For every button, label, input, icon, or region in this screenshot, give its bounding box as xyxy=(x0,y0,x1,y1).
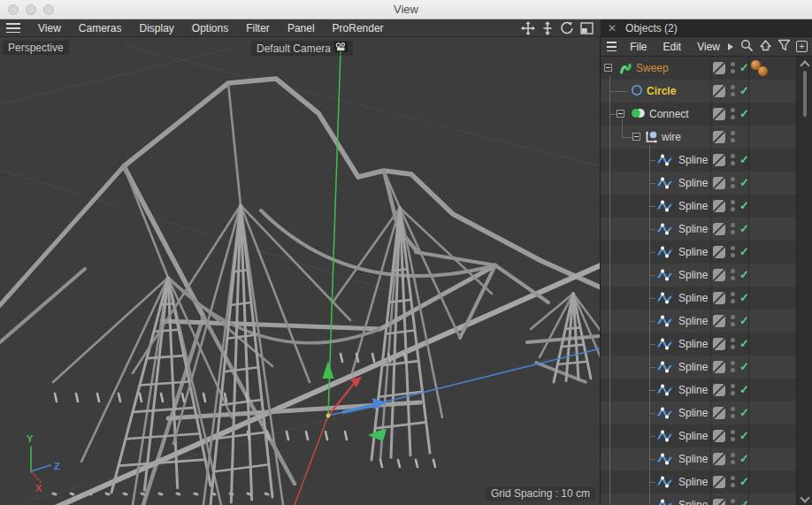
object-label[interactable]: Sweep xyxy=(636,62,669,74)
object-label[interactable]: Spline xyxy=(678,499,708,505)
enabled-check-icon[interactable]: ✓ xyxy=(739,107,749,120)
dolly-icon[interactable] xyxy=(541,21,554,35)
expander-icon[interactable] xyxy=(632,133,640,141)
tag-icon[interactable] xyxy=(758,66,768,76)
tree-row-spline-13[interactable]: Spline✓ xyxy=(601,356,796,379)
tree-row-spline-5[interactable]: Spline✓ xyxy=(601,172,796,195)
menu-item-cameras[interactable]: Cameras xyxy=(70,22,131,34)
enabled-check-icon[interactable]: ✓ xyxy=(739,291,749,304)
object-label[interactable]: Spline xyxy=(678,200,708,212)
layer-toggle-icon[interactable] xyxy=(713,430,725,442)
layer-toggle-icon[interactable] xyxy=(713,154,725,166)
layer-toggle-icon[interactable] xyxy=(713,292,725,304)
object-label[interactable]: Spline xyxy=(678,177,708,189)
scrollbar-thumb[interactable] xyxy=(803,71,807,117)
object-label[interactable]: Spline xyxy=(678,407,708,419)
tree-row-spline-7[interactable]: Spline✓ xyxy=(601,218,796,241)
object-label[interactable]: Spline xyxy=(678,292,708,304)
tree-row-spline-18[interactable]: Spline✓ xyxy=(601,471,796,494)
enabled-check-icon[interactable]: ✓ xyxy=(739,222,749,235)
enabled-check-icon[interactable]: ✓ xyxy=(739,406,749,419)
close-panel-icon[interactable]: ✕ xyxy=(608,22,617,34)
visibility-dots-icon[interactable] xyxy=(731,269,735,280)
object-label[interactable]: Spline xyxy=(678,453,708,465)
enabled-check-icon[interactable]: ✓ xyxy=(739,452,749,465)
layer-toggle-icon[interactable] xyxy=(713,246,725,258)
viewport-menu-icon[interactable] xyxy=(6,23,20,33)
visibility-dots-icon[interactable] xyxy=(731,384,735,395)
layer-toggle-icon[interactable] xyxy=(713,62,725,74)
rotate-icon[interactable] xyxy=(560,21,574,35)
tree-row-connect-2[interactable]: Connect✓ xyxy=(601,103,796,126)
wireframe-scene[interactable]: YZX xyxy=(0,37,601,505)
layer-toggle-icon[interactable] xyxy=(713,108,725,120)
object-label[interactable]: Spline xyxy=(678,338,708,350)
visibility-dots-icon[interactable] xyxy=(731,315,735,326)
layer-toggle-icon[interactable] xyxy=(713,223,725,235)
tree-row-spline-11[interactable]: Spline✓ xyxy=(601,310,796,333)
visibility-dots-icon[interactable] xyxy=(731,407,735,418)
enabled-check-icon[interactable]: ✓ xyxy=(739,383,749,396)
menu-item-view[interactable]: View xyxy=(29,22,70,34)
visibility-dots-icon[interactable] xyxy=(731,430,735,441)
enabled-check-icon[interactable]: ✓ xyxy=(739,429,749,442)
tree-row-spline-14[interactable]: Spline✓ xyxy=(601,379,796,402)
panel-menu-item-file[interactable]: File xyxy=(622,41,655,53)
expander-icon[interactable] xyxy=(604,64,612,72)
enabled-check-icon[interactable]: ✓ xyxy=(739,153,749,166)
visibility-dots-icon[interactable] xyxy=(731,62,735,73)
tree-row-spline-9[interactable]: Spline✓ xyxy=(601,264,796,287)
menu-item-filter[interactable]: Filter xyxy=(237,22,279,34)
layer-toggle-icon[interactable] xyxy=(713,269,725,281)
menu-item-options[interactable]: Options xyxy=(183,22,237,34)
tree-row-spline-10[interactable]: Spline✓ xyxy=(601,287,796,310)
enabled-check-icon[interactable]: ✓ xyxy=(739,360,749,373)
object-label[interactable]: Spline xyxy=(678,315,708,327)
object-label[interactable]: Spline xyxy=(678,154,708,166)
layer-toggle-icon[interactable] xyxy=(713,361,725,373)
move-icon[interactable] xyxy=(521,21,535,35)
tree-row-spline-15[interactable]: Spline✓ xyxy=(601,402,796,425)
visibility-dots-icon[interactable] xyxy=(731,223,735,234)
tree-row-spline-4[interactable]: Spline✓ xyxy=(601,149,796,172)
layer-toggle-icon[interactable] xyxy=(713,131,725,143)
object-label[interactable]: Spline xyxy=(678,476,708,488)
layer-toggle-icon[interactable] xyxy=(713,499,725,505)
object-label[interactable]: wire xyxy=(662,131,681,143)
object-label[interactable]: Spline xyxy=(678,223,708,235)
object-label[interactable]: Circle xyxy=(647,85,676,97)
search-icon[interactable] xyxy=(740,39,754,55)
visibility-dots-icon[interactable] xyxy=(731,85,735,96)
tree-row-spline-12[interactable]: Spline✓ xyxy=(601,333,796,356)
tree-scrollbar[interactable] xyxy=(796,57,812,505)
visibility-dots-icon[interactable] xyxy=(731,361,735,372)
enabled-check-icon[interactable]: ✓ xyxy=(739,475,749,488)
enabled-check-icon[interactable]: ✓ xyxy=(739,337,749,350)
scroll-down-icon[interactable] xyxy=(801,494,808,501)
visibility-dots-icon[interactable] xyxy=(731,200,735,211)
filter-icon[interactable] xyxy=(778,39,791,54)
menu-item-prorender[interactable]: ProRender xyxy=(324,22,393,34)
enabled-check-icon[interactable]: ✓ xyxy=(739,268,749,281)
layer-toggle-icon[interactable] xyxy=(713,476,725,488)
layer-toggle-icon[interactable] xyxy=(713,315,725,327)
camera-label[interactable]: Default Camera xyxy=(251,41,353,56)
scroll-up-icon[interactable] xyxy=(801,60,808,67)
enabled-check-icon[interactable]: ✓ xyxy=(739,498,749,505)
layer-toggle-icon[interactable] xyxy=(713,407,725,419)
enabled-check-icon[interactable]: ✓ xyxy=(739,245,749,258)
panel-menu-icon[interactable] xyxy=(607,42,617,51)
object-label[interactable]: Spline xyxy=(678,430,708,442)
object-label[interactable]: Spline xyxy=(678,384,708,396)
up-level-icon[interactable] xyxy=(759,39,772,54)
panel-menu-item-edit[interactable]: Edit xyxy=(655,41,690,53)
visibility-dots-icon[interactable] xyxy=(731,131,735,142)
expander-icon[interactable] xyxy=(617,110,624,118)
object-label[interactable]: Spline xyxy=(678,246,708,258)
visibility-dots-icon[interactable] xyxy=(731,154,735,165)
layer-toggle-icon[interactable] xyxy=(713,453,725,465)
object-label[interactable]: Spline xyxy=(678,361,708,373)
tree-row-spline-8[interactable]: Spline✓ xyxy=(601,241,796,264)
visibility-dots-icon[interactable] xyxy=(731,177,735,188)
layer-toggle-icon[interactable] xyxy=(713,384,725,396)
